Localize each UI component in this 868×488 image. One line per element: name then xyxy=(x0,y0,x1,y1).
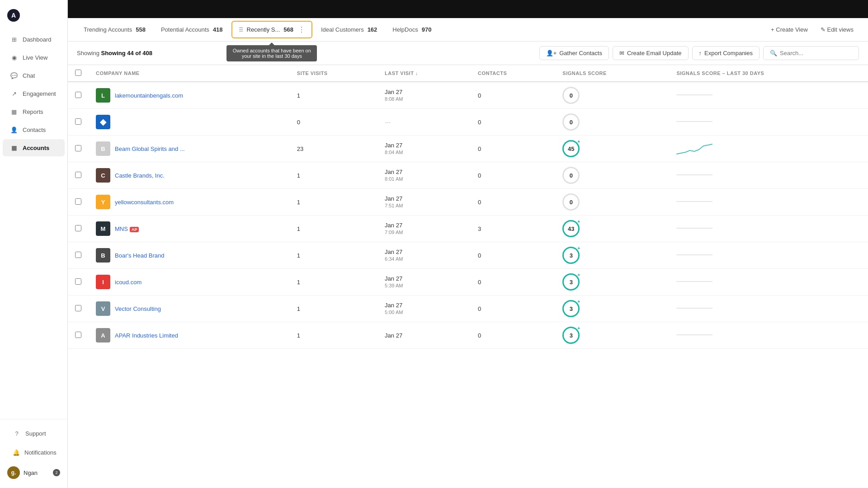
row-checkbox[interactable] xyxy=(75,252,81,258)
score-plus-icon: + xyxy=(577,219,580,224)
signals-score-30-cell xyxy=(669,269,868,296)
row-checkbox[interactable] xyxy=(75,145,81,151)
export-companies-button[interactable]: ↑ Export Companies xyxy=(692,46,760,60)
tab-trending[interactable]: Trending Accounts 558 xyxy=(77,22,152,37)
table-row: ◆ 0 --- 0 0 xyxy=(68,109,868,136)
site-visits-cell: 0 xyxy=(290,109,377,136)
sidebar-item-dashboard[interactable]: ⊞ Dashboard xyxy=(3,31,65,48)
sidebar-item-contacts[interactable]: 👤 Contacts xyxy=(3,121,65,138)
site-visits-cell: 1 xyxy=(290,242,377,269)
company-name-link[interactable]: Vector Consulting xyxy=(115,305,161,312)
signals-score-cell: 0 xyxy=(555,82,669,109)
tab-ideal[interactable]: Ideal Customers 162 xyxy=(314,22,384,37)
signals-score-30-cell xyxy=(669,109,868,136)
row-checkbox[interactable] xyxy=(75,332,81,338)
export-companies-label: Export Companies xyxy=(704,50,753,56)
search-input[interactable] xyxy=(780,50,852,56)
last-visit-cell: Jan 278:01 AM xyxy=(377,162,471,189)
score-plus-icon: + xyxy=(577,245,580,251)
company-name-link[interactable]: MNSAP xyxy=(115,225,139,232)
search-box[interactable]: 🔍 xyxy=(763,46,859,60)
row-checkbox[interactable] xyxy=(75,225,81,231)
create-view-label: + Create View xyxy=(771,26,808,33)
company-name-link[interactable]: Beam Global Spirits and ... xyxy=(115,145,185,152)
score-plus-icon: + xyxy=(577,272,580,277)
sidebar-label-notifications: Notifications xyxy=(24,449,57,456)
user-name: Ngan xyxy=(24,469,38,476)
sidebar-item-engagement[interactable]: ↗ Engagement xyxy=(3,85,65,102)
gather-contacts-icon: 👤+ xyxy=(546,50,557,56)
sidebar-label-dashboard: Dashboard xyxy=(23,36,52,43)
signals-score-cell: 3 + xyxy=(555,269,669,296)
score-circle: 0 xyxy=(562,113,580,131)
tab-potential[interactable]: Potential Accounts 418 xyxy=(154,22,230,37)
company-name-link[interactable]: APAR Industries Limited xyxy=(115,332,178,339)
table-row: Y yellowconsultants.com 1 Jan 277:51 AM … xyxy=(68,189,868,216)
score-circle: 0 xyxy=(562,87,580,104)
tab-recently-menu-icon[interactable]: ⋮ xyxy=(298,25,305,34)
score-circle: 0 xyxy=(562,167,580,184)
company-name-link[interactable]: yellowconsultants.com xyxy=(115,199,174,206)
company-logo: Y xyxy=(96,195,110,209)
company-name-cell: L lakemountainbengals.com xyxy=(89,82,290,109)
score-circle: 45 + xyxy=(562,140,580,157)
company-name-link[interactable]: lakemountainbengals.com xyxy=(115,92,183,99)
export-icon: ↑ xyxy=(699,50,702,56)
sidebar-item-chat[interactable]: 💬 Chat xyxy=(3,67,65,84)
site-visits-cell: 1 xyxy=(290,322,377,349)
edit-views-button[interactable]: ✎ Edit views xyxy=(815,23,859,37)
score-value: 43 xyxy=(568,225,574,232)
row-select-cell xyxy=(68,242,89,269)
app-logo-icon: A xyxy=(7,9,20,22)
tab-potential-count: 418 xyxy=(213,26,223,33)
contacts-cell: 0 xyxy=(471,189,555,216)
gather-contacts-button[interactable]: 👤+ Gather Contacts xyxy=(539,46,609,60)
row-checkbox[interactable] xyxy=(75,305,81,311)
company-name-link[interactable]: icoud.com xyxy=(115,279,142,286)
table-row: M MNSAP 1 Jan 277:09 AM 3 43 + xyxy=(68,216,868,242)
site-visits-cell: 23 xyxy=(290,136,377,162)
select-all-checkbox[interactable] xyxy=(75,70,81,76)
row-select-cell xyxy=(68,82,89,109)
company-name-cell: M MNSAP xyxy=(89,216,290,242)
score-value: 3 xyxy=(570,332,573,339)
signals-score-cell: 0 xyxy=(555,162,669,189)
sidebar-item-support[interactable]: ? Support xyxy=(5,425,62,442)
score-plus-icon: + xyxy=(577,299,580,304)
signals-score-header: SIGNALS SCORE xyxy=(555,65,669,82)
user-section[interactable]: g. Ngan 2 xyxy=(3,463,65,483)
tab-recently[interactable]: ⠿ Recently S... 568 ⋮ Owned accounts tha… xyxy=(231,21,312,38)
bar-chart-icon: ▦ xyxy=(10,108,18,116)
tab-trending-count: 558 xyxy=(136,26,146,33)
signals-score-30-cell xyxy=(669,136,868,162)
row-select-cell xyxy=(68,296,89,322)
signals-score-cell: 43 + xyxy=(555,216,669,242)
score-value: 0 xyxy=(570,172,573,179)
row-checkbox[interactable] xyxy=(75,278,81,285)
row-checkbox[interactable] xyxy=(75,198,81,205)
create-email-update-button[interactable]: ✉ Create Email Update xyxy=(613,46,689,60)
company-name-link[interactable]: Castle Brands, Inc. xyxy=(115,172,165,179)
sidebar-item-liveview[interactable]: ◉ Live View xyxy=(3,49,65,66)
tab-helpdocs-label: HelpDocs xyxy=(392,26,418,33)
sidebar-label-engagement: Engagement xyxy=(23,90,56,97)
table-row: L lakemountainbengals.com 1 Jan 278:08 A… xyxy=(68,82,868,109)
row-checkbox[interactable] xyxy=(75,92,81,98)
row-checkbox[interactable] xyxy=(75,172,81,178)
companies-table: COMPANY NAME SITE VISITS LAST VISIT ↓ CO… xyxy=(68,65,868,349)
score-circle: 3 + xyxy=(562,273,580,291)
tab-helpdocs-count: 970 xyxy=(422,26,432,33)
sidebar-label-support: Support xyxy=(25,430,46,437)
sidebar-item-notifications[interactable]: 🔔 Notifications xyxy=(5,444,62,461)
row-checkbox[interactable] xyxy=(75,118,81,125)
create-email-update-label: Create Email Update xyxy=(627,50,682,56)
sidebar-item-accounts[interactable]: ▦ Accounts xyxy=(3,139,65,156)
company-tag: AP xyxy=(130,227,139,232)
contacts-cell: 0 xyxy=(471,109,555,136)
company-name-link[interactable]: Boar's Head Brand xyxy=(115,252,164,259)
row-select-cell xyxy=(68,136,89,162)
create-view-button[interactable]: + Create View xyxy=(765,23,813,37)
tab-helpdocs[interactable]: HelpDocs 970 xyxy=(386,22,438,37)
company-name-cell: A APAR Industries Limited xyxy=(89,322,290,349)
sidebar-item-reports[interactable]: ▦ Reports xyxy=(3,103,65,120)
